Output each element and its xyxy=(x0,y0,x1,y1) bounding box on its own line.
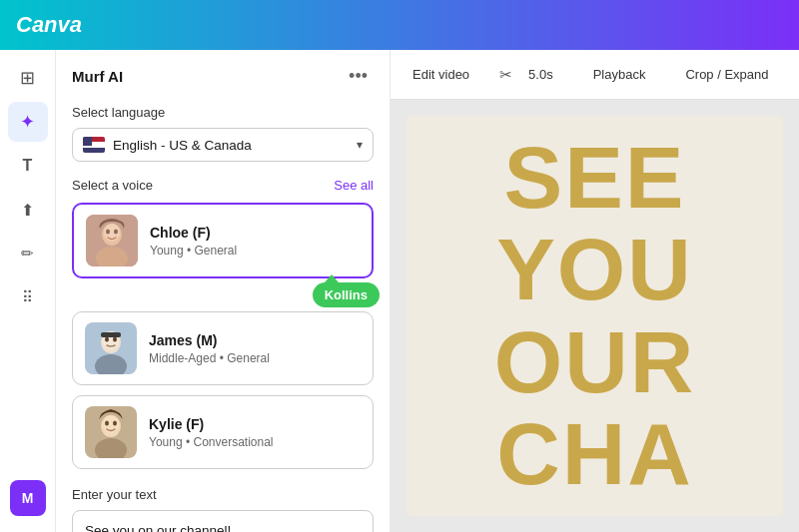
crop-expand-button[interactable]: Crop / Expand xyxy=(675,62,778,87)
language-dropdown[interactable]: English - US & Canada ▾ xyxy=(72,128,374,162)
panel: Murf AI ••• Select language English - US… xyxy=(56,50,391,532)
scissors-icon: ✂ xyxy=(499,66,512,84)
panel-menu-button[interactable]: ••• xyxy=(343,64,374,89)
panel-header: Murf AI ••• xyxy=(56,50,390,99)
voice-label: Select a voice xyxy=(72,178,153,193)
canvas-content: SEE YOU OUR CHA xyxy=(406,116,783,516)
flag-icon xyxy=(83,137,105,153)
svg-point-4 xyxy=(106,230,110,235)
canvas-text-line1: SEE YOU xyxy=(496,128,693,318)
duration-button[interactable]: 5.0s xyxy=(518,62,563,87)
panel-title: Murf AI xyxy=(72,68,123,85)
chloe-info: Chloe (F) Young • General xyxy=(150,225,360,258)
tooltip-arrow: Kollins xyxy=(313,282,380,307)
canvas-text: SEE YOU OUR CHA xyxy=(406,132,783,501)
text-section: Enter your text See you on our channel! … xyxy=(56,479,390,532)
chloe-meta: Young • General xyxy=(150,244,360,258)
svg-point-11 xyxy=(113,337,117,342)
james-avatar xyxy=(85,322,137,374)
playback-button[interactable]: Playback xyxy=(583,62,656,87)
sidebar-item-text[interactable]: T xyxy=(8,146,48,186)
text-area-wrap[interactable]: See you on our channel! 18/1000 xyxy=(72,510,374,532)
voice-card-chloe[interactable]: Chloe (F) Young • General xyxy=(72,203,374,278)
chloe-avatar xyxy=(86,215,138,266)
language-label: Select language xyxy=(56,99,390,128)
top-bar: Canva xyxy=(0,0,799,50)
icon-bar: ⊞ ✦ T ⬆ ✏ ⠿ M xyxy=(0,50,56,532)
canvas-area: SEE YOU OUR CHA xyxy=(391,100,799,532)
language-text: English - US & Canada xyxy=(113,138,357,153)
edit-video-button[interactable]: Edit video xyxy=(402,62,479,87)
sidebar-item-grid[interactable]: ⊞ xyxy=(8,58,48,98)
voice-section-header: Select a voice See all xyxy=(56,178,390,203)
sidebar-item-apps[interactable]: ⠿ xyxy=(8,277,48,317)
kylie-name: Kylie (F) xyxy=(149,416,361,432)
james-info: James (M) Middle-Aged • General xyxy=(149,332,361,365)
svg-point-18 xyxy=(113,421,117,426)
editor-area: Edit video ✂ 5.0s Playback Crop / Expand… xyxy=(391,50,799,532)
sidebar-item-elements[interactable]: ✦ xyxy=(8,102,48,142)
main-area: ⊞ ✦ T ⬆ ✏ ⠿ M Murf AI ••• Select languag… xyxy=(0,50,799,532)
svg-point-10 xyxy=(105,337,109,342)
canva-logo: Canva xyxy=(16,12,82,38)
kylie-avatar xyxy=(85,406,137,458)
svg-point-5 xyxy=(114,230,118,235)
svg-point-17 xyxy=(105,421,109,426)
tooltip-bubble: Kollins xyxy=(313,282,380,307)
chloe-name: Chloe (F) xyxy=(150,225,360,241)
canvas-text-line2: OUR CHA xyxy=(494,312,696,503)
sidebar-item-draw[interactable]: ✏ xyxy=(8,234,48,273)
voice-card-kylie[interactable]: Kylie (F) Young • Conversational xyxy=(72,395,374,469)
voice-card-james[interactable]: James (M) Middle-Aged • General xyxy=(72,311,374,385)
editor-toolbar: Edit video ✂ 5.0s Playback Crop / Expand… xyxy=(391,50,799,100)
james-meta: Middle-Aged • General xyxy=(149,351,361,365)
james-name: James (M) xyxy=(149,332,361,348)
kylie-info: Kylie (F) Young • Conversational xyxy=(149,416,361,449)
dropdown-arrow-icon: ▾ xyxy=(357,138,363,152)
text-input-label: Enter your text xyxy=(72,487,374,502)
kylie-meta: Young • Conversational xyxy=(149,435,361,449)
text-input-content[interactable]: See you on our channel! xyxy=(85,521,361,532)
tooltip-wrapper: Kollins xyxy=(56,282,380,307)
see-all-link[interactable]: See all xyxy=(334,178,374,193)
sidebar-item-upload[interactable]: ⬆ xyxy=(8,190,48,230)
sidebar-item-profile[interactable]: M xyxy=(10,480,46,516)
